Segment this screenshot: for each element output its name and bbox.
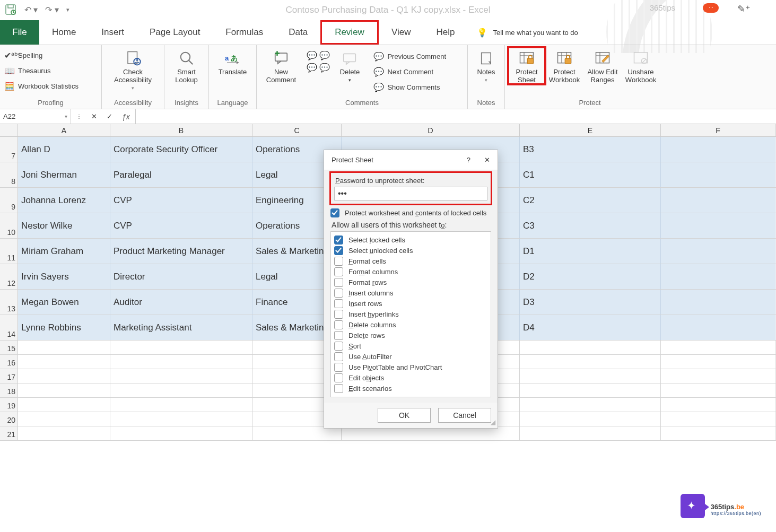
cell[interactable] xyxy=(661,369,775,383)
permission-option[interactable]: Sort xyxy=(334,342,487,351)
thesaurus-button[interactable]: 📖Thesaurus xyxy=(3,65,51,77)
cell[interactable] xyxy=(110,355,252,369)
row-header[interactable]: 11 xyxy=(0,239,18,264)
cell[interactable] xyxy=(661,426,775,440)
checkbox-icon[interactable] xyxy=(334,331,343,340)
cancel-formula-icon[interactable]: ✕ xyxy=(91,112,97,120)
comment-nav-icon-2[interactable]: 💬 💬 xyxy=(307,63,330,73)
password-input[interactable] xyxy=(334,187,487,200)
cell[interactable]: Miriam Graham xyxy=(18,239,110,264)
row-header[interactable]: 15 xyxy=(0,341,18,354)
col-header-D[interactable]: D xyxy=(342,124,520,136)
permission-option[interactable]: Delete rows xyxy=(334,331,487,340)
ok-button[interactable]: OK xyxy=(378,408,431,423)
tab-help[interactable]: Help xyxy=(423,20,467,45)
permission-option[interactable]: Insert columns xyxy=(334,289,487,298)
cell[interactable] xyxy=(18,412,110,426)
undo-icon[interactable]: ↶ ▾ xyxy=(24,5,38,15)
cell[interactable] xyxy=(661,383,775,397)
tab-file[interactable]: File xyxy=(0,20,39,45)
cell[interactable]: Auditor xyxy=(110,290,252,315)
cell[interactable] xyxy=(520,426,661,440)
cell[interactable]: Irvin Sayers xyxy=(18,264,110,289)
fx-icon[interactable]: ƒx xyxy=(122,112,130,121)
row-header[interactable]: 12 xyxy=(0,264,18,289)
cell[interactable]: Director xyxy=(110,264,252,289)
checkbox-icon[interactable] xyxy=(334,384,343,393)
cell[interactable]: CVP xyxy=(110,213,252,238)
select-all-corner[interactable] xyxy=(0,124,18,136)
cell[interactable]: Corporate Security Officer xyxy=(110,137,252,162)
cell[interactable] xyxy=(18,341,110,354)
cell[interactable] xyxy=(661,264,775,289)
col-header-A[interactable]: A xyxy=(18,124,110,136)
cell[interactable] xyxy=(661,213,775,238)
permission-option[interactable]: Select locked cells xyxy=(334,236,487,245)
tab-view[interactable]: View xyxy=(379,20,424,45)
tab-insert[interactable]: Insert xyxy=(89,20,137,45)
checkbox-icon[interactable] xyxy=(330,208,339,217)
spelling-button[interactable]: ✔︎ᵃᵇᶜSpelling xyxy=(3,49,43,62)
new-comment-button[interactable]: New Comment xyxy=(260,47,302,84)
col-header-C[interactable]: C xyxy=(252,124,342,136)
row-header[interactable]: 14 xyxy=(0,315,18,340)
help-icon[interactable]: ? xyxy=(467,156,470,164)
protect-workbook-button[interactable]: Protect Workbook xyxy=(545,47,583,84)
cell[interactable]: D2 xyxy=(520,264,661,289)
cell[interactable] xyxy=(661,137,775,162)
tab-review[interactable]: Review xyxy=(320,20,379,45)
cell[interactable] xyxy=(520,369,661,383)
checkbox-icon[interactable] xyxy=(334,320,343,329)
cell[interactable] xyxy=(110,369,252,383)
allow-edit-ranges-button[interactable]: Allow Edit Ranges xyxy=(583,47,622,84)
checkbox-icon[interactable] xyxy=(334,289,343,298)
permission-option[interactable]: Select unlocked cells xyxy=(334,246,487,255)
cell[interactable] xyxy=(661,162,775,187)
cell[interactable] xyxy=(110,412,252,426)
cell[interactable] xyxy=(18,426,110,440)
dialog-titlebar[interactable]: Protect Sheet ? ✕ xyxy=(324,150,498,170)
smart-lookup-button[interactable]: Smart Lookup xyxy=(168,47,205,84)
checkbox-icon[interactable] xyxy=(334,236,343,245)
permission-option[interactable]: Use PivotTable and PivotChart xyxy=(334,363,487,372)
cell[interactable] xyxy=(520,355,661,369)
checkbox-icon[interactable] xyxy=(334,352,343,361)
tab-home[interactable]: Home xyxy=(39,20,89,45)
cell[interactable] xyxy=(520,398,661,412)
cell[interactable] xyxy=(110,383,252,397)
cell[interactable]: Nestor Wilke xyxy=(18,213,110,238)
permission-option[interactable]: Use AutoFilter xyxy=(334,352,487,361)
cell[interactable] xyxy=(18,369,110,383)
translate-button[interactable]: aあ Translate xyxy=(214,47,252,76)
row-header[interactable]: 7 xyxy=(0,137,18,162)
permission-option[interactable]: Format rows xyxy=(334,278,487,287)
cell[interactable] xyxy=(520,341,661,354)
cell[interactable]: Allan D xyxy=(18,137,110,162)
cell[interactable]: D4 xyxy=(520,315,661,340)
row-header[interactable]: 16 xyxy=(0,355,18,369)
cell[interactable]: B3 xyxy=(520,137,661,162)
permission-option[interactable]: Insert rows xyxy=(334,299,487,308)
cell[interactable] xyxy=(661,398,775,412)
cell[interactable] xyxy=(661,239,775,264)
cell[interactable] xyxy=(661,188,775,213)
cell[interactable]: Paralegal xyxy=(110,162,252,187)
comment-nav-icon[interactable]: 💬 💬 xyxy=(307,50,330,60)
cell[interactable]: Product Marketing Manager xyxy=(110,239,252,264)
protect-sheet-button[interactable]: Protect Sheet xyxy=(508,47,545,84)
cell[interactable] xyxy=(661,355,775,369)
permission-option[interactable]: Insert hyperlinks xyxy=(334,310,487,319)
formula-input[interactable] xyxy=(136,109,776,124)
row-header[interactable]: 17 xyxy=(0,369,18,383)
row-header[interactable]: 9 xyxy=(0,188,18,213)
cell[interactable] xyxy=(18,383,110,397)
cell[interactable]: Lynne Robbins xyxy=(18,315,110,340)
qat-more-icon[interactable]: ▾ xyxy=(66,6,69,13)
cell[interactable] xyxy=(661,412,775,426)
cell[interactable] xyxy=(18,355,110,369)
permission-option[interactable]: Edit objects xyxy=(334,373,487,382)
cloud-icon[interactable]: ⋯ xyxy=(703,3,719,13)
row-header[interactable]: 8 xyxy=(0,162,18,187)
enter-formula-icon[interactable]: ✓ xyxy=(107,112,112,120)
checkbox-icon[interactable] xyxy=(334,267,343,276)
